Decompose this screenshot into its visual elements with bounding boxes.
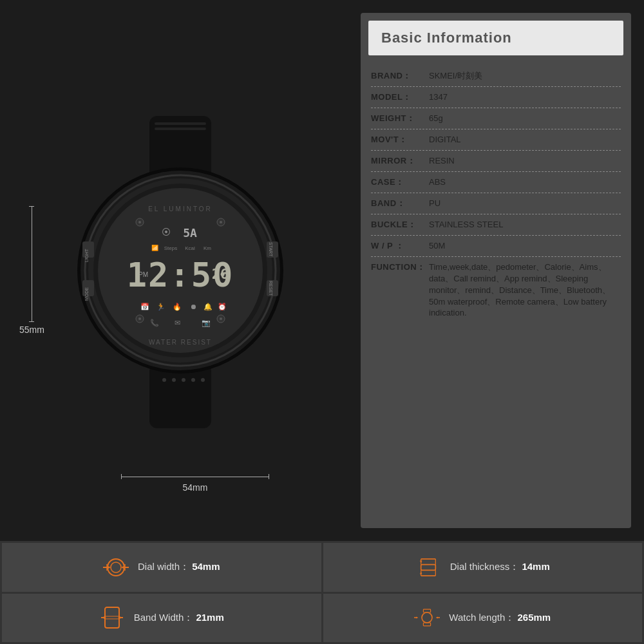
svg-marker-81 xyxy=(436,617,438,619)
spec-key: FUNCTION： xyxy=(371,261,429,273)
spec-value: PU xyxy=(429,198,621,208)
spec-key: WEIGHT： xyxy=(371,113,429,124)
svg-point-4 xyxy=(162,378,166,382)
svg-text:EL LUMINTOR: EL LUMINTOR xyxy=(148,205,213,213)
bottom-measurement-cell: Dial thickness： 14mm xyxy=(323,543,643,592)
spec-value: DIGITAL xyxy=(429,135,621,144)
spec-value: ABS xyxy=(429,177,621,187)
svg-text:📷: 📷 xyxy=(202,318,211,327)
spec-key: W / P ： xyxy=(371,240,429,252)
band-width-icon xyxy=(99,605,125,630)
svg-text:Steps: Steps xyxy=(164,245,177,251)
dial-thickness-icon xyxy=(415,554,441,580)
info-row: WEIGHT： 65g xyxy=(371,108,621,129)
svg-marker-67 xyxy=(420,571,422,574)
spec-value: STAINLESS STEEL xyxy=(429,220,621,229)
svg-point-5 xyxy=(172,378,176,382)
svg-text:📶: 📶 xyxy=(151,244,159,252)
svg-point-6 xyxy=(182,378,185,382)
svg-text:⦿: ⦿ xyxy=(162,227,171,237)
svg-text:📞: 📞 xyxy=(150,318,159,327)
info-title: Basic Information xyxy=(381,30,512,46)
svg-rect-59 xyxy=(421,564,435,570)
svg-text:✉: ✉ xyxy=(175,319,180,327)
info-row: MOV'T： DIGITAL xyxy=(371,129,621,151)
cell-measurement-text: Band Width： 21mm xyxy=(134,612,224,624)
info-row: FUNCTION： Time,week,date、pedometer、Calor… xyxy=(371,257,621,322)
svg-marker-80 xyxy=(417,617,419,619)
svg-text:🏃: 🏃 xyxy=(156,302,166,311)
spec-key: BUCKLE： xyxy=(371,219,429,231)
cell-measurement-text: Dial width： 54mm xyxy=(138,561,220,573)
svg-rect-3 xyxy=(155,128,206,130)
spec-key: BRAND： xyxy=(371,70,429,82)
info-row: W / P ： 50M xyxy=(371,236,621,257)
svg-rect-68 xyxy=(105,607,119,628)
info-row: CASE： ABS xyxy=(371,172,621,193)
svg-text:5A: 5A xyxy=(183,226,197,240)
cell-measurement-text: Watch length： 265mm xyxy=(449,612,551,624)
svg-text:RESET: RESET xyxy=(269,281,273,296)
watch-image: LIGHT MODE START RESET EL LUMINTOR ⦿ 5A … xyxy=(58,93,303,448)
info-title-bar: Basic Information xyxy=(368,21,623,55)
svg-text:WATER RESIST: WATER RESIST xyxy=(149,339,212,346)
watch-length-icon xyxy=(414,605,440,630)
svg-text:MODE: MODE xyxy=(84,287,89,301)
bottom-measurement-cell: Watch length： 265mm xyxy=(323,594,643,643)
main-container: 55mm xyxy=(0,0,644,644)
info-rows: BRAND： SKMEI/时刻美 MODEL： 1347 WEIGHT： 65g… xyxy=(361,63,631,528)
info-row: BRAND： SKMEI/时刻美 xyxy=(371,66,621,87)
svg-point-75 xyxy=(422,612,432,623)
spec-value: 50M xyxy=(429,241,621,251)
svg-text:⏺: ⏺ xyxy=(190,303,197,310)
watch-area: 55mm xyxy=(13,13,348,528)
svg-text:🔥: 🔥 xyxy=(173,302,182,311)
svg-text:⏰: ⏰ xyxy=(218,302,227,311)
dim-bottom-label: 54mm xyxy=(121,482,269,493)
spec-key: MODEL： xyxy=(371,91,429,103)
spec-value: 65g xyxy=(429,113,621,123)
cell-measurement-text: Dial thickness： 14mm xyxy=(450,561,550,573)
spec-value: RESIN xyxy=(429,156,621,166)
spec-key: BAND： xyxy=(371,198,429,209)
info-row: BUCKLE： STAINLESS STEEL xyxy=(371,214,621,236)
info-row: MODEL： 1347 xyxy=(371,87,621,108)
svg-marker-66 xyxy=(420,560,422,563)
svg-rect-2 xyxy=(155,122,206,125)
svg-text:🔔: 🔔 xyxy=(204,302,213,311)
svg-text:START: START xyxy=(269,242,273,257)
svg-point-8 xyxy=(201,378,205,382)
bottom-bar: Dial width： 54mm Dial thickness： 14mm Ba… xyxy=(0,541,644,644)
spec-key: CASE： xyxy=(371,176,429,188)
svg-text:Km: Km xyxy=(204,245,211,251)
top-section: 55mm xyxy=(0,0,644,541)
svg-point-20 xyxy=(138,317,141,320)
bottom-measurement-cell: Band Width： 21mm xyxy=(2,594,321,643)
svg-text:📅: 📅 xyxy=(140,302,149,311)
svg-point-52 xyxy=(111,562,121,573)
spec-value: Time,week,date、pedometer、Calorie、Aims、da… xyxy=(429,261,621,317)
spec-value: 1347 xyxy=(429,92,621,102)
info-row: MIRROR： RESIN xyxy=(371,151,621,172)
svg-point-7 xyxy=(191,378,195,382)
bottom-measurement-cell: Dial width： 54mm xyxy=(2,543,321,592)
svg-text:LIGHT: LIGHT xyxy=(84,249,89,262)
svg-text:26: 26 xyxy=(212,266,229,282)
spec-key: MIRROR： xyxy=(371,155,429,167)
svg-text:Kcal: Kcal xyxy=(185,245,195,251)
spec-key: MOV'T： xyxy=(371,134,429,146)
dim-left-label: 55mm xyxy=(19,325,44,335)
svg-point-18 xyxy=(220,221,222,223)
svg-point-22 xyxy=(220,317,222,320)
info-panel: Basic Information BRAND： SKMEI/时刻美 MODEL… xyxy=(361,13,631,528)
dial-width-icon xyxy=(103,554,129,580)
spec-value: SKMEI/时刻美 xyxy=(429,70,621,82)
dimension-bottom: 54mm xyxy=(121,468,269,493)
svg-point-16 xyxy=(138,221,141,223)
info-row: BAND： PU xyxy=(371,193,621,214)
dimension-left: 55mm xyxy=(19,206,44,335)
